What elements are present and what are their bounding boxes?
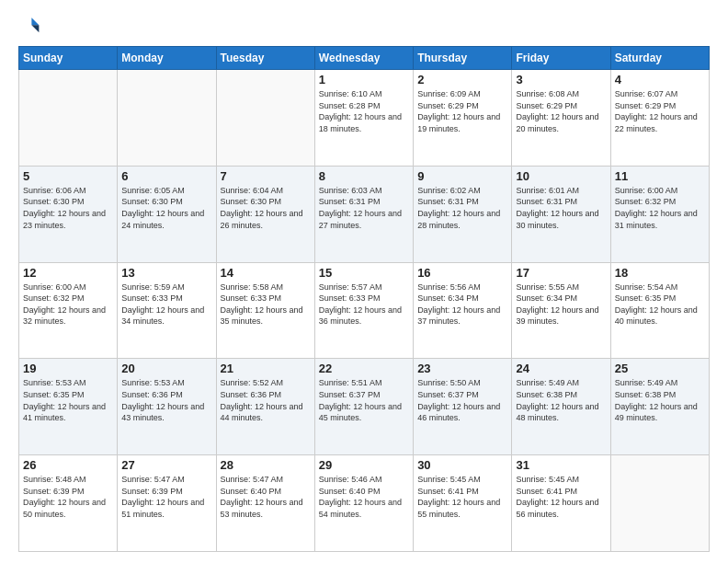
- day-number: 24: [516, 362, 606, 375]
- calendar-cell: [118, 70, 216, 167]
- day-info: Sunrise: 5:48 AMSunset: 6:39 PMDaylight:…: [23, 474, 113, 520]
- day-info: Sunrise: 6:03 AMSunset: 6:31 PMDaylight:…: [319, 185, 409, 231]
- day-info: Sunrise: 5:53 AMSunset: 6:36 PMDaylight:…: [121, 377, 211, 423]
- header: [18, 15, 710, 37]
- day-number: 22: [319, 362, 409, 375]
- calendar-cell: 28Sunrise: 5:47 AMSunset: 6:40 PMDayligh…: [216, 455, 314, 552]
- day-info: Sunrise: 5:49 AMSunset: 6:38 PMDaylight:…: [615, 377, 705, 423]
- week-row-4: 19Sunrise: 5:53 AMSunset: 6:35 PMDayligh…: [19, 359, 710, 455]
- day-info: Sunrise: 5:57 AMSunset: 6:33 PMDaylight:…: [319, 282, 409, 327]
- calendar-cell: 24Sunrise: 5:49 AMSunset: 6:38 PMDayligh…: [512, 359, 610, 455]
- day-number: 8: [319, 169, 409, 183]
- day-number: 13: [121, 266, 211, 280]
- logo-icon: [18, 15, 40, 37]
- day-number: 7: [221, 169, 311, 183]
- calendar-cell: 30Sunrise: 5:45 AMSunset: 6:41 PMDayligh…: [414, 455, 512, 552]
- day-info: Sunrise: 6:06 AMSunset: 6:30 PMDaylight:…: [23, 185, 113, 231]
- week-row-2: 5Sunrise: 6:06 AMSunset: 6:30 PMDaylight…: [19, 166, 710, 262]
- calendar-cell: 21Sunrise: 5:52 AMSunset: 6:36 PMDayligh…: [216, 359, 314, 455]
- day-number: 31: [516, 458, 606, 472]
- calendar-cell: 14Sunrise: 5:58 AMSunset: 6:33 PMDayligh…: [216, 262, 314, 359]
- calendar-cell: 2Sunrise: 6:09 AMSunset: 6:29 PMDaylight…: [414, 70, 512, 167]
- calendar-cell: 26Sunrise: 5:48 AMSunset: 6:39 PMDayligh…: [19, 455, 118, 552]
- calendar-cell: 3Sunrise: 6:08 AMSunset: 6:29 PMDaylight…: [512, 70, 610, 167]
- day-info: Sunrise: 6:10 AMSunset: 6:28 PMDaylight:…: [319, 88, 409, 134]
- day-number: 12: [23, 266, 113, 280]
- day-number: 20: [121, 362, 211, 375]
- calendar-cell: [216, 70, 314, 167]
- day-number: 4: [615, 73, 705, 86]
- day-number: 28: [221, 458, 311, 472]
- day-info: Sunrise: 5:47 AMSunset: 6:39 PMDaylight:…: [121, 474, 211, 520]
- day-number: 10: [516, 169, 606, 183]
- calendar-cell: 17Sunrise: 5:55 AMSunset: 6:34 PMDayligh…: [512, 262, 610, 359]
- calendar-cell: 25Sunrise: 5:49 AMSunset: 6:38 PMDayligh…: [610, 359, 709, 455]
- day-number: 14: [221, 266, 311, 280]
- day-info: Sunrise: 6:00 AMSunset: 6:32 PMDaylight:…: [23, 282, 113, 327]
- day-info: Sunrise: 5:50 AMSunset: 6:37 PMDaylight:…: [417, 377, 507, 423]
- calendar-cell: 10Sunrise: 6:01 AMSunset: 6:31 PMDayligh…: [512, 166, 610, 262]
- day-number: 6: [121, 169, 211, 183]
- day-number: 26: [23, 458, 113, 472]
- page: SundayMondayTuesdayWednesdayThursdayFrid…: [0, 0, 728, 563]
- calendar-cell: 20Sunrise: 5:53 AMSunset: 6:36 PMDayligh…: [118, 359, 216, 455]
- calendar-cell: [610, 455, 709, 552]
- weekday-header-row: SundayMondayTuesdayWednesdayThursdayFrid…: [19, 47, 710, 70]
- day-info: Sunrise: 5:54 AMSunset: 6:35 PMDaylight:…: [615, 282, 705, 327]
- day-number: 1: [319, 73, 409, 86]
- weekday-header-friday: Friday: [512, 47, 610, 70]
- day-info: Sunrise: 6:08 AMSunset: 6:29 PMDaylight:…: [516, 88, 606, 134]
- day-number: 21: [221, 362, 311, 375]
- day-info: Sunrise: 6:01 AMSunset: 6:31 PMDaylight:…: [516, 185, 606, 231]
- calendar-cell: 5Sunrise: 6:06 AMSunset: 6:30 PMDaylight…: [19, 166, 118, 262]
- weekday-header-wednesday: Wednesday: [314, 47, 413, 70]
- day-info: Sunrise: 5:46 AMSunset: 6:40 PMDaylight:…: [319, 474, 409, 520]
- day-number: 19: [23, 362, 113, 375]
- day-number: 27: [121, 458, 211, 472]
- calendar-cell: 18Sunrise: 5:54 AMSunset: 6:35 PMDayligh…: [610, 262, 709, 359]
- day-number: 23: [417, 362, 507, 375]
- calendar-cell: 7Sunrise: 6:04 AMSunset: 6:30 PMDaylight…: [216, 166, 314, 262]
- day-number: 2: [417, 73, 507, 86]
- day-number: 3: [516, 73, 606, 86]
- week-row-3: 12Sunrise: 6:00 AMSunset: 6:32 PMDayligh…: [19, 262, 710, 359]
- calendar-cell: 4Sunrise: 6:07 AMSunset: 6:29 PMDaylight…: [610, 70, 709, 167]
- day-number: 15: [319, 266, 409, 280]
- calendar-cell: 11Sunrise: 6:00 AMSunset: 6:32 PMDayligh…: [610, 166, 709, 262]
- calendar-cell: 1Sunrise: 6:10 AMSunset: 6:28 PMDaylight…: [314, 70, 413, 167]
- weekday-header-monday: Monday: [118, 47, 216, 70]
- calendar-cell: 6Sunrise: 6:05 AMSunset: 6:30 PMDaylight…: [118, 166, 216, 262]
- calendar-cell: 9Sunrise: 6:02 AMSunset: 6:31 PMDaylight…: [414, 166, 512, 262]
- weekday-header-tuesday: Tuesday: [216, 47, 314, 70]
- week-row-1: 1Sunrise: 6:10 AMSunset: 6:28 PMDaylight…: [19, 70, 710, 167]
- calendar-cell: 19Sunrise: 5:53 AMSunset: 6:35 PMDayligh…: [19, 359, 118, 455]
- weekday-header-thursday: Thursday: [414, 47, 512, 70]
- day-info: Sunrise: 6:04 AMSunset: 6:30 PMDaylight:…: [221, 185, 311, 231]
- day-info: Sunrise: 5:49 AMSunset: 6:38 PMDaylight:…: [516, 377, 606, 423]
- calendar-cell: 27Sunrise: 5:47 AMSunset: 6:39 PMDayligh…: [118, 455, 216, 552]
- day-info: Sunrise: 5:59 AMSunset: 6:33 PMDaylight:…: [121, 282, 211, 327]
- calendar-cell: 23Sunrise: 5:50 AMSunset: 6:37 PMDayligh…: [414, 359, 512, 455]
- week-row-5: 26Sunrise: 5:48 AMSunset: 6:39 PMDayligh…: [19, 455, 710, 552]
- day-info: Sunrise: 5:47 AMSunset: 6:40 PMDaylight:…: [221, 474, 311, 520]
- day-number: 16: [417, 266, 507, 280]
- day-number: 25: [615, 362, 705, 375]
- day-info: Sunrise: 6:05 AMSunset: 6:30 PMDaylight:…: [121, 185, 211, 231]
- day-number: 29: [319, 458, 409, 472]
- calendar-cell: 16Sunrise: 5:56 AMSunset: 6:34 PMDayligh…: [414, 262, 512, 359]
- calendar-table: SundayMondayTuesdayWednesdayThursdayFrid…: [18, 46, 710, 552]
- day-info: Sunrise: 6:02 AMSunset: 6:31 PMDaylight:…: [417, 185, 507, 231]
- logo: [18, 15, 44, 37]
- calendar-cell: 31Sunrise: 5:45 AMSunset: 6:41 PMDayligh…: [512, 455, 610, 552]
- day-number: 5: [23, 169, 113, 183]
- day-info: Sunrise: 5:56 AMSunset: 6:34 PMDaylight:…: [417, 282, 507, 327]
- day-info: Sunrise: 5:45 AMSunset: 6:41 PMDaylight:…: [417, 474, 507, 520]
- calendar-cell: [19, 70, 118, 167]
- day-number: 9: [417, 169, 507, 183]
- day-info: Sunrise: 5:45 AMSunset: 6:41 PMDaylight:…: [516, 474, 606, 520]
- svg-marker-0: [31, 17, 39, 25]
- day-info: Sunrise: 5:58 AMSunset: 6:33 PMDaylight:…: [221, 282, 311, 327]
- day-info: Sunrise: 5:52 AMSunset: 6:36 PMDaylight:…: [221, 377, 311, 423]
- day-info: Sunrise: 6:00 AMSunset: 6:32 PMDaylight:…: [615, 185, 705, 231]
- calendar-cell: 29Sunrise: 5:46 AMSunset: 6:40 PMDayligh…: [314, 455, 413, 552]
